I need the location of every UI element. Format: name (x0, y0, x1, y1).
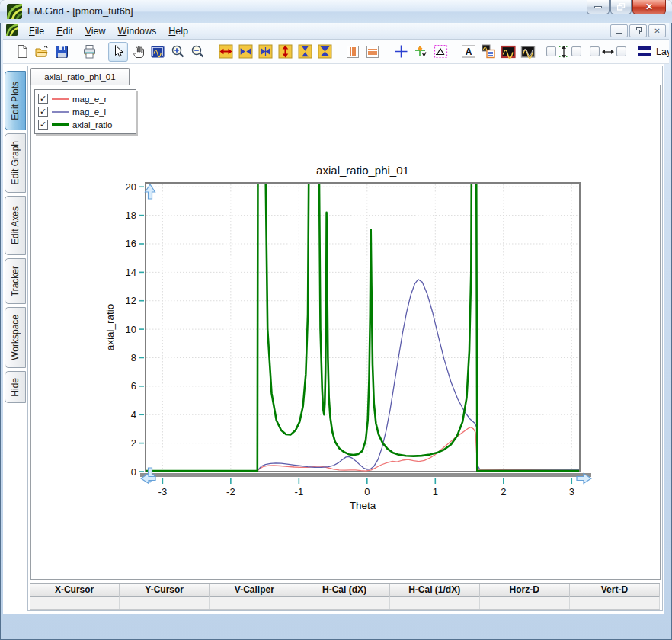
menu-bar: FileEditViewWindowsHelp ✕ (3, 23, 669, 40)
sidebar-tab-label: Edit Axes (10, 206, 21, 245)
text-label-button[interactable]: A (459, 42, 478, 62)
status-header-vert-d: Vert-D (570, 584, 660, 597)
x-tick-label: 3 (569, 486, 574, 498)
legend-row: ✓mag_e_l (38, 105, 133, 118)
legend-line-sample (52, 111, 69, 113)
zoom-in-button[interactable] (168, 42, 187, 62)
window-title: EM.Grid - [pmom_tut6b] (27, 5, 133, 17)
legend-row: ✓axial_ratio (38, 118, 133, 131)
shrink-x-alt-button[interactable] (255, 42, 275, 62)
zoom-region-button[interactable] (148, 42, 168, 62)
x-tick-label: -3 (158, 486, 168, 498)
legend-checkbox-mag_e_l[interactable]: ✓ (38, 107, 48, 117)
y-tick-label: 12 (126, 295, 136, 306)
restore-button[interactable] (610, 0, 632, 14)
horizontal-grid-lines-button[interactable] (363, 42, 382, 62)
lock-x-scale-group (590, 46, 626, 58)
sidebar-tab-tracker[interactable]: Tracker (5, 258, 26, 304)
menu-edit[interactable]: Edit (50, 24, 79, 39)
sidebar-tab-hide[interactable]: Hide (5, 371, 26, 403)
zoom-region-icon (150, 45, 165, 59)
zoom-out-icon (190, 44, 205, 59)
shrink-y-alt-button[interactable] (315, 42, 334, 62)
legend-checkbox-axial_ratio[interactable]: ✓ (38, 120, 48, 130)
sidebar-tab-label: Tracker (10, 266, 21, 296)
legend-label: mag_e_l (72, 107, 106, 117)
x-tick-label: -1 (295, 486, 304, 498)
plot-overlay-button[interactable] (518, 42, 538, 62)
select-arrow-icon (111, 44, 125, 59)
status-header-y-cursor: Y-Cursor (120, 584, 210, 597)
mdi-child-window: axial_ratio_phi_01 ✓mag_e_r✓mag_e_l✓axia… (27, 66, 663, 611)
close-button[interactable]: ✕ (632, 0, 666, 14)
new-document-icon (15, 44, 30, 59)
menu-windows[interactable]: Windows (112, 24, 163, 39)
y-tick-label: 14 (126, 267, 136, 278)
y-axis-label: axial_ratio (104, 304, 116, 351)
chart[interactable]: 02468101214161820-3-2-10123axial_ratio_p… (31, 85, 660, 579)
toolbar: A Layout (3, 40, 669, 64)
legend-checkbox-mag_e_r[interactable]: ✓ (38, 94, 48, 104)
sidebar-tab-workspace[interactable]: Workspace (5, 307, 26, 368)
new-document-button[interactable] (12, 42, 32, 62)
sidebar-tab-label: Edit Graph (10, 141, 21, 184)
menu-help[interactable]: Help (162, 24, 194, 39)
select-tool-button[interactable] (108, 42, 128, 62)
plot-overlay-icon (520, 45, 536, 59)
lock-y-left-checkbox[interactable] (546, 46, 556, 56)
app-logo-icon (7, 4, 22, 22)
mdi-restore-button[interactable] (629, 24, 647, 37)
chart-plot-area[interactable] (146, 183, 580, 472)
zoom-in-icon (171, 44, 185, 59)
layout-icon (638, 46, 651, 56)
lock-x-left-checkbox[interactable] (590, 46, 600, 56)
cross-cursor-button[interactable] (391, 42, 411, 62)
status-header-v-caliper: V-Caliper (210, 584, 299, 597)
layout-button[interactable]: Layout (638, 46, 669, 57)
shrink-y-button[interactable] (295, 42, 315, 62)
plot-panel: ✓mag_e_r✓mag_e_l✓axial_ratio 02468101214… (30, 85, 661, 580)
vertical-grid-lines-button[interactable] (343, 42, 363, 62)
save-button[interactable] (52, 42, 72, 62)
mdi-close-button[interactable]: ✕ (648, 24, 666, 37)
plot-frame-button[interactable] (498, 42, 518, 62)
y-tick-label: 2 (131, 437, 136, 449)
close-icon: ✕ (645, 2, 653, 12)
print-button[interactable] (80, 42, 100, 62)
menu-view[interactable]: View (79, 24, 112, 39)
plot-frame-icon (501, 45, 516, 59)
status-value (480, 597, 570, 609)
restore-icon (617, 3, 626, 11)
status-header-x-cursor: X-Cursor (30, 584, 120, 597)
sidebar-tab-edit-axes[interactable]: Edit Axes (5, 196, 26, 255)
plot-document-tab[interactable]: axial_ratio_phi_01 (30, 68, 130, 85)
zoom-out-button[interactable] (187, 42, 207, 62)
sidebar-tab-edit-plots[interactable]: Edit Plots (5, 71, 26, 130)
plot-legend: ✓mag_e_r✓mag_e_l✓axial_ratio (34, 89, 136, 134)
caliper-button[interactable] (430, 42, 450, 62)
y-scale-arrows-icon (558, 45, 570, 59)
x-axis-label: Theta (350, 500, 376, 511)
lock-y-right-checkbox[interactable] (571, 46, 581, 56)
expand-x-icon (219, 44, 233, 59)
pan-tool-button[interactable] (128, 42, 148, 62)
expand-x-button[interactable] (216, 42, 235, 62)
x-axis-bar (140, 473, 591, 477)
mdi-minimize-button[interactable] (610, 24, 628, 37)
sidebar-tab-edit-graph[interactable]: Edit Graph (5, 133, 26, 193)
shrink-x-button[interactable] (235, 42, 255, 62)
expand-y-button[interactable] (275, 42, 295, 62)
save-icon (55, 45, 69, 59)
tracker-cursor-button[interactable] (411, 42, 430, 62)
x-tick-label: -2 (226, 486, 235, 498)
lock-x-right-checkbox[interactable] (616, 46, 626, 56)
plot-with-list-icon (482, 44, 496, 59)
plot-with-list-button[interactable] (478, 42, 498, 62)
minimize-button[interactable] (587, 0, 610, 14)
legend-line-sample (52, 98, 69, 100)
open-file-button[interactable] (32, 42, 52, 62)
chart-title: axial_ratio_phi_01 (316, 164, 409, 177)
y-tick-label: 18 (126, 210, 136, 221)
menu-file[interactable]: File (23, 24, 50, 39)
x-tick-label: 0 (364, 486, 370, 498)
